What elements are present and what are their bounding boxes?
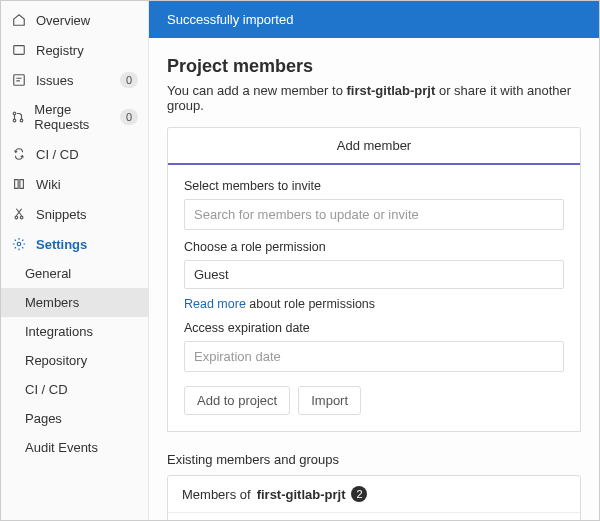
import-button[interactable]: Import <box>298 386 361 415</box>
tab-add-member[interactable]: Add member <box>168 128 580 165</box>
role-help-text: Read more about role permissions <box>184 297 564 311</box>
page-title: Project members <box>167 56 581 77</box>
read-more-link[interactable]: Read more <box>184 297 246 311</box>
svg-point-2 <box>13 112 16 115</box>
sidebar-item-wiki[interactable]: Wiki <box>1 169 148 199</box>
issues-icon <box>11 72 27 88</box>
merge-icon <box>11 109 25 125</box>
svg-rect-1 <box>14 75 25 86</box>
sidebar-item-settings[interactable]: Settings <box>1 229 148 259</box>
sidebar-item-label: Wiki <box>36 177 61 192</box>
sidebar-item-cicd[interactable]: CI / CD <box>1 139 148 169</box>
member-search-input[interactable] <box>184 199 564 230</box>
sidebar-item-issues[interactable]: Issues 0 <box>1 65 148 95</box>
expiration-label: Access expiration date <box>184 321 564 335</box>
settings-sub-pages[interactable]: Pages <box>1 404 148 433</box>
sidebar-item-label: Registry <box>36 43 84 58</box>
sidebar-item-label: Settings <box>36 237 87 252</box>
member-row: mahantesh v nagathan @mantu1904 It's you… <box>168 513 580 520</box>
sidebar-item-merge-requests[interactable]: Merge Requests 0 <box>1 95 148 139</box>
settings-sub-audit-events[interactable]: Audit Events <box>1 433 148 462</box>
role-label: Choose a role permission <box>184 240 564 254</box>
members-card: Members of first-gitlab-prjt 2 <box>167 475 581 520</box>
settings-sub-integrations[interactable]: Integrations <box>1 317 148 346</box>
svg-point-5 <box>15 216 18 219</box>
sidebar-item-snippets[interactable]: Snippets <box>1 199 148 229</box>
settings-sub-repository[interactable]: Repository <box>1 346 148 375</box>
existing-members-title: Existing members and groups <box>167 452 581 467</box>
add-to-project-button[interactable]: Add to project <box>184 386 290 415</box>
cicd-icon <box>11 146 27 162</box>
settings-sub-members[interactable]: Members <box>1 288 148 317</box>
registry-icon <box>11 42 27 58</box>
svg-rect-0 <box>14 46 25 55</box>
settings-sub-cicd[interactable]: CI / CD <box>1 375 148 404</box>
sidebar-item-overview[interactable]: Overview <box>1 5 148 35</box>
expiration-input[interactable] <box>184 341 564 372</box>
home-icon <box>11 12 27 28</box>
main-content: Successfully imported Project members Yo… <box>149 1 599 520</box>
sidebar-item-label: Issues <box>36 73 74 88</box>
wiki-icon <box>11 176 27 192</box>
mr-count-badge: 0 <box>120 109 138 125</box>
svg-point-7 <box>17 242 21 246</box>
sidebar-item-label: Merge Requests <box>34 102 120 132</box>
success-banner: Successfully imported <box>149 1 599 38</box>
issues-count-badge: 0 <box>120 72 138 88</box>
page-description: You can add a new member to first-gitlab… <box>167 83 581 113</box>
gear-icon <box>11 236 27 252</box>
add-member-form: Select members to invite Choose a role p… <box>167 165 581 432</box>
snippets-icon <box>11 206 27 222</box>
members-card-header: Members of first-gitlab-prjt 2 <box>168 476 580 513</box>
svg-point-3 <box>13 119 16 122</box>
members-count-badge: 2 <box>351 486 367 502</box>
svg-point-6 <box>20 216 23 219</box>
sidebar-item-label: Snippets <box>36 207 87 222</box>
sidebar-item-label: Overview <box>36 13 90 28</box>
sidebar: Overview Registry Issues 0 Merge Request… <box>1 1 149 520</box>
settings-sub-general[interactable]: General <box>1 259 148 288</box>
select-members-label: Select members to invite <box>184 179 564 193</box>
sidebar-item-registry[interactable]: Registry <box>1 35 148 65</box>
svg-point-4 <box>20 119 23 122</box>
sidebar-item-label: CI / CD <box>36 147 79 162</box>
role-select[interactable]: Guest <box>184 260 564 289</box>
tab-bar: Add member <box>167 127 581 165</box>
